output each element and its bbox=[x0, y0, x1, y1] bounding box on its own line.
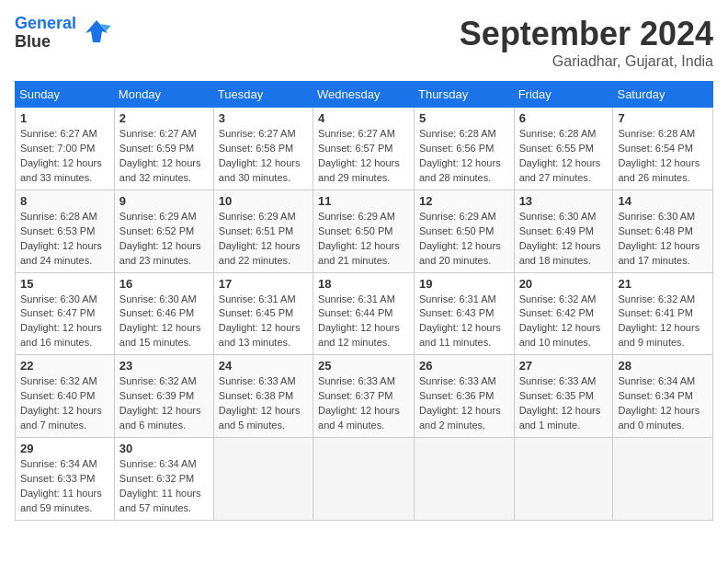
day-cell: 7 Sunrise: 6:28 AM Sunset: 6:54 PM Dayli… bbox=[613, 108, 713, 190]
day-number: 19 bbox=[419, 277, 509, 291]
empty-cell bbox=[313, 438, 415, 521]
title-block: September 2024 Gariadhar, Gujarat, India bbox=[460, 15, 713, 70]
day-number: 1 bbox=[20, 111, 109, 125]
day-detail: Sunrise: 6:32 AM Sunset: 6:39 PM Dayligh… bbox=[119, 374, 209, 433]
day-cell: 22 Sunrise: 6:32 AM Sunset: 6:40 PM Dayl… bbox=[16, 355, 115, 438]
day-detail: Sunrise: 6:32 AM Sunset: 6:40 PM Dayligh… bbox=[20, 374, 109, 433]
weekday-header: Sunday bbox=[16, 82, 115, 108]
day-detail: Sunrise: 6:27 AM Sunset: 7:00 PM Dayligh… bbox=[20, 127, 109, 186]
day-number: 3 bbox=[219, 111, 308, 125]
day-number: 14 bbox=[618, 194, 708, 208]
calendar-week-row: 1 Sunrise: 6:27 AM Sunset: 7:00 PM Dayli… bbox=[16, 108, 713, 190]
day-detail: Sunrise: 6:29 AM Sunset: 6:51 PM Dayligh… bbox=[219, 210, 308, 269]
day-number: 10 bbox=[219, 194, 308, 208]
day-detail: Sunrise: 6:31 AM Sunset: 6:43 PM Dayligh… bbox=[419, 293, 509, 351]
day-number: 13 bbox=[519, 194, 609, 208]
day-detail: Sunrise: 6:31 AM Sunset: 6:45 PM Dayligh… bbox=[219, 293, 308, 351]
day-cell: 30 Sunrise: 6:34 AM Sunset: 6:32 PM Dayl… bbox=[114, 438, 213, 521]
day-cell: 8 Sunrise: 6:28 AM Sunset: 6:53 PM Dayli… bbox=[16, 190, 115, 272]
weekday-header: Saturday bbox=[613, 82, 713, 108]
day-cell: 20 Sunrise: 6:32 AM Sunset: 6:42 PM Dayl… bbox=[514, 272, 613, 355]
svg-marker-0 bbox=[85, 20, 108, 42]
day-number: 17 bbox=[219, 277, 308, 291]
empty-cell bbox=[414, 438, 514, 521]
day-cell: 25 Sunrise: 6:33 AM Sunset: 6:37 PM Dayl… bbox=[313, 355, 415, 438]
empty-cell bbox=[213, 438, 313, 521]
day-cell: 19 Sunrise: 6:31 AM Sunset: 6:43 PM Dayl… bbox=[414, 272, 514, 355]
day-detail: Sunrise: 6:31 AM Sunset: 6:44 PM Dayligh… bbox=[318, 293, 409, 351]
day-cell: 21 Sunrise: 6:32 AM Sunset: 6:41 PM Dayl… bbox=[613, 272, 713, 355]
day-number: 25 bbox=[318, 359, 409, 373]
day-number: 5 bbox=[419, 111, 509, 125]
day-cell: 16 Sunrise: 6:30 AM Sunset: 6:46 PM Dayl… bbox=[114, 272, 213, 355]
day-number: 27 bbox=[519, 359, 609, 373]
day-number: 6 bbox=[519, 111, 609, 125]
day-number: 8 bbox=[20, 194, 109, 208]
day-detail: Sunrise: 6:33 AM Sunset: 6:38 PM Dayligh… bbox=[219, 374, 308, 433]
page-header: GeneralBlue September 2024 Gariadhar, Gu… bbox=[15, 15, 713, 70]
weekday-header: Wednesday bbox=[313, 82, 415, 108]
weekday-header-row: SundayMondayTuesdayWednesdayThursdayFrid… bbox=[16, 82, 713, 108]
day-cell: 26 Sunrise: 6:33 AM Sunset: 6:36 PM Dayl… bbox=[414, 355, 514, 438]
month-title: September 2024 bbox=[460, 15, 713, 53]
day-cell: 23 Sunrise: 6:32 AM Sunset: 6:39 PM Dayl… bbox=[114, 355, 213, 438]
day-cell: 4 Sunrise: 6:27 AM Sunset: 6:57 PM Dayli… bbox=[313, 108, 415, 190]
day-detail: Sunrise: 6:33 AM Sunset: 6:36 PM Dayligh… bbox=[419, 374, 509, 433]
logo-icon bbox=[80, 17, 113, 50]
day-cell: 18 Sunrise: 6:31 AM Sunset: 6:44 PM Dayl… bbox=[313, 272, 415, 355]
logo-text: GeneralBlue bbox=[15, 15, 76, 52]
day-cell: 10 Sunrise: 6:29 AM Sunset: 6:51 PM Dayl… bbox=[213, 190, 313, 272]
day-cell: 15 Sunrise: 6:30 AM Sunset: 6:47 PM Dayl… bbox=[16, 272, 115, 355]
day-cell: 24 Sunrise: 6:33 AM Sunset: 6:38 PM Dayl… bbox=[213, 355, 313, 438]
day-detail: Sunrise: 6:33 AM Sunset: 6:35 PM Dayligh… bbox=[519, 374, 609, 433]
empty-cell bbox=[613, 438, 713, 521]
calendar-week-row: 15 Sunrise: 6:30 AM Sunset: 6:47 PM Dayl… bbox=[16, 272, 713, 355]
day-number: 24 bbox=[219, 359, 308, 373]
day-detail: Sunrise: 6:32 AM Sunset: 6:41 PM Dayligh… bbox=[618, 293, 708, 351]
day-cell: 2 Sunrise: 6:27 AM Sunset: 6:59 PM Dayli… bbox=[114, 108, 213, 190]
day-number: 18 bbox=[318, 277, 409, 291]
day-cell: 27 Sunrise: 6:33 AM Sunset: 6:35 PM Dayl… bbox=[514, 355, 613, 438]
day-number: 16 bbox=[119, 277, 209, 291]
weekday-header: Thursday bbox=[414, 82, 514, 108]
day-detail: Sunrise: 6:29 AM Sunset: 6:52 PM Dayligh… bbox=[119, 210, 209, 269]
day-cell: 6 Sunrise: 6:28 AM Sunset: 6:55 PM Dayli… bbox=[514, 108, 613, 190]
day-number: 28 bbox=[618, 359, 708, 373]
day-cell: 29 Sunrise: 6:34 AM Sunset: 6:33 PM Dayl… bbox=[16, 438, 115, 521]
day-cell: 11 Sunrise: 6:29 AM Sunset: 6:50 PM Dayl… bbox=[313, 190, 415, 272]
day-detail: Sunrise: 6:29 AM Sunset: 6:50 PM Dayligh… bbox=[419, 210, 509, 269]
day-detail: Sunrise: 6:30 AM Sunset: 6:46 PM Dayligh… bbox=[119, 293, 209, 351]
day-number: 22 bbox=[20, 359, 109, 373]
day-number: 15 bbox=[20, 277, 109, 291]
logo: GeneralBlue bbox=[15, 15, 113, 52]
day-number: 29 bbox=[20, 442, 109, 455]
day-detail: Sunrise: 6:34 AM Sunset: 6:33 PM Dayligh… bbox=[20, 457, 109, 516]
day-number: 26 bbox=[419, 359, 509, 373]
day-detail: Sunrise: 6:27 AM Sunset: 6:58 PM Dayligh… bbox=[219, 127, 308, 186]
calendar-table: SundayMondayTuesdayWednesdayThursdayFrid… bbox=[15, 81, 713, 521]
day-detail: Sunrise: 6:34 AM Sunset: 6:32 PM Dayligh… bbox=[119, 457, 209, 516]
day-cell: 17 Sunrise: 6:31 AM Sunset: 6:45 PM Dayl… bbox=[213, 272, 313, 355]
day-detail: Sunrise: 6:28 AM Sunset: 6:54 PM Dayligh… bbox=[618, 127, 708, 186]
day-number: 20 bbox=[519, 277, 609, 291]
day-number: 30 bbox=[119, 442, 209, 455]
day-cell: 13 Sunrise: 6:30 AM Sunset: 6:49 PM Dayl… bbox=[514, 190, 613, 272]
empty-cell bbox=[514, 438, 613, 521]
day-detail: Sunrise: 6:28 AM Sunset: 6:55 PM Dayligh… bbox=[519, 127, 609, 186]
day-cell: 1 Sunrise: 6:27 AM Sunset: 7:00 PM Dayli… bbox=[16, 108, 115, 190]
day-cell: 5 Sunrise: 6:28 AM Sunset: 6:56 PM Dayli… bbox=[414, 108, 514, 190]
day-cell: 9 Sunrise: 6:29 AM Sunset: 6:52 PM Dayli… bbox=[114, 190, 213, 272]
day-detail: Sunrise: 6:32 AM Sunset: 6:42 PM Dayligh… bbox=[519, 293, 609, 351]
day-detail: Sunrise: 6:33 AM Sunset: 6:37 PM Dayligh… bbox=[318, 374, 409, 433]
weekday-header: Tuesday bbox=[213, 82, 313, 108]
day-detail: Sunrise: 6:28 AM Sunset: 6:53 PM Dayligh… bbox=[20, 210, 109, 269]
calendar-week-row: 29 Sunrise: 6:34 AM Sunset: 6:33 PM Dayl… bbox=[16, 438, 713, 521]
day-number: 2 bbox=[119, 111, 209, 125]
day-cell: 3 Sunrise: 6:27 AM Sunset: 6:58 PM Dayli… bbox=[213, 108, 313, 190]
day-number: 4 bbox=[318, 111, 409, 125]
day-cell: 12 Sunrise: 6:29 AM Sunset: 6:50 PM Dayl… bbox=[414, 190, 514, 272]
calendar-week-row: 22 Sunrise: 6:32 AM Sunset: 6:40 PM Dayl… bbox=[16, 355, 713, 438]
day-cell: 28 Sunrise: 6:34 AM Sunset: 6:34 PM Dayl… bbox=[613, 355, 713, 438]
day-detail: Sunrise: 6:30 AM Sunset: 6:47 PM Dayligh… bbox=[20, 293, 109, 351]
day-number: 12 bbox=[419, 194, 509, 208]
